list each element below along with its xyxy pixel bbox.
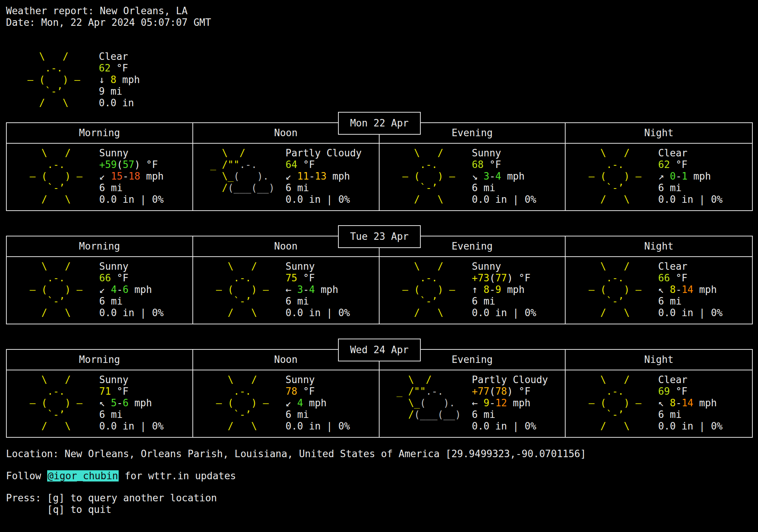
text-line: \_( ). bbox=[204, 171, 280, 182]
text-line: / \ bbox=[18, 421, 94, 432]
weather-sun-icon: \ / .-. ― ( ) ― `-’ / \ bbox=[204, 261, 280, 319]
text-line: Sunny bbox=[472, 147, 536, 159]
text-line: Clear bbox=[658, 374, 722, 386]
forecast-table: MorningNoonEveningNight \ / .-. ― ( ) ― … bbox=[6, 236, 753, 324]
text-line: \ / bbox=[204, 147, 280, 159]
text-line: \ / bbox=[18, 147, 94, 159]
text-line: Sunny bbox=[472, 261, 536, 272]
forecast-table-body: \ / .-. ― ( ) ― `-’ / \Sunny71 °F↖ 5-6 m… bbox=[7, 370, 752, 437]
forecast-table: MorningNoonEveningNight \ / .-. ― ( ) ― … bbox=[6, 122, 753, 211]
text-line: \ / bbox=[577, 261, 652, 272]
text-line: ― ( ) ― bbox=[16, 74, 91, 86]
text-line: 0.0 in | 0% bbox=[472, 307, 536, 319]
text-line: Sunny bbox=[286, 261, 350, 272]
text-line: ― ( ) ― bbox=[391, 284, 466, 296]
text-line: .-. bbox=[577, 272, 652, 284]
text-line: ↖ 5-6 mph bbox=[99, 397, 164, 409]
follow-suffix: for wttr.in updates bbox=[119, 470, 236, 481]
text-line: /(___(__) bbox=[204, 182, 280, 194]
text-line: 0.0 in | 0% bbox=[658, 421, 722, 432]
text-line: ― ( ) ― bbox=[18, 397, 94, 409]
text-line: 6 mi bbox=[99, 296, 164, 307]
text-line: \ / bbox=[204, 261, 280, 272]
text-line: 0.0 in | 0% bbox=[286, 307, 350, 319]
text-line: `-’ bbox=[577, 409, 652, 421]
text-line: ― ( ) ― bbox=[391, 171, 466, 182]
text-line: ↑ 8-9 mph bbox=[472, 284, 536, 296]
forecast-cell-noon: \ / .-. ― ( ) ― `-’ / \Sunny78 °F↙ 4 mph… bbox=[193, 370, 380, 437]
forecast-day: Tue 23 AprMorningNoonEveningNight \ / .-… bbox=[6, 225, 753, 324]
text-line: 0.0 in bbox=[99, 97, 140, 109]
text-line: 6 mi bbox=[658, 409, 722, 421]
text-line: .-. bbox=[16, 62, 91, 74]
text-line: 68 °F bbox=[472, 159, 536, 171]
forecast-cell-details: Partly Cloudy+77(78) °F← 9-12 mph6 mi0.0… bbox=[472, 374, 548, 432]
text-line: 0.0 in | 0% bbox=[286, 421, 350, 432]
text-line: ← 3-4 mph bbox=[286, 284, 350, 296]
text-line: ― ( ) ― bbox=[204, 284, 280, 296]
press-hint-query: Press: [g] to query another location bbox=[6, 492, 753, 504]
text-line: 6 mi bbox=[99, 182, 164, 194]
forecast-cell-noon: \ / .-. ― ( ) ― `-’ / \Sunny75 °F← 3-4 m… bbox=[193, 257, 380, 324]
forecast-cell-noon: \ / _ /"".-. \_( ). /(___(__)Partly Clou… bbox=[193, 144, 380, 210]
forecast-cell-details: Sunny+59(57) °F↙ 15-18 mph6 mi0.0 in | 0… bbox=[99, 147, 164, 205]
text-line: .-. bbox=[204, 386, 280, 397]
text-line: `-’ bbox=[577, 296, 652, 307]
text-line: Clear bbox=[99, 51, 140, 62]
text-line: 6 mi bbox=[99, 409, 164, 421]
forecast-cell-morning: \ / .-. ― ( ) ― `-’ / \Sunny71 °F↖ 5-6 m… bbox=[7, 370, 193, 437]
text-line: \ / bbox=[577, 147, 652, 159]
text-line: Sunny bbox=[99, 147, 164, 159]
forecast-cell-details: Sunny78 °F↙ 4 mph6 mi0.0 in | 0% bbox=[286, 374, 350, 432]
weather-partly-cloudy-icon: \ / _ /"".-. \_( ). /(___(__) bbox=[204, 147, 280, 205]
forecast-days: Mon 22 AprMorningNoonEveningNight \ / .-… bbox=[6, 112, 753, 438]
day-title-wrap: Mon 22 Apr bbox=[6, 112, 753, 135]
text-line: 6 mi bbox=[658, 296, 722, 307]
text-line: `-’ bbox=[204, 296, 280, 307]
text-line: Sunny bbox=[99, 261, 164, 272]
text-line: Sunny bbox=[99, 374, 164, 386]
forecast-cell-morning: \ / .-. ― ( ) ― `-’ / \Sunny66 °F↙ 4-6 m… bbox=[7, 257, 193, 324]
text-line: ↘ 3-4 mph bbox=[472, 171, 536, 182]
text-line: ― ( ) ― bbox=[577, 397, 652, 409]
forecast-cell-details: Sunny68 °F↘ 3-4 mph6 mi0.0 in | 0% bbox=[472, 147, 536, 205]
text-line: .-. bbox=[577, 386, 652, 397]
current-weather-sun-icon: \ / .-. ― ( ) ― `-’ / \ bbox=[16, 51, 91, 109]
text-line: /(___(__) bbox=[391, 409, 466, 421]
text-line: .-. bbox=[18, 272, 94, 284]
text-line: / \ bbox=[204, 421, 280, 432]
day-title-wrap: Wed 24 Apr bbox=[6, 339, 753, 361]
text-line: `-’ bbox=[16, 86, 91, 97]
text-line: / \ bbox=[391, 194, 466, 205]
location-line: Location: New Orleans, Orleans Parish, L… bbox=[6, 448, 753, 460]
forecast-cell-details: Clear66 °F↖ 8-14 mph6 mi0.0 in | 0% bbox=[658, 261, 722, 319]
weather-sun-icon: \ / .-. ― ( ) ― `-’ / \ bbox=[577, 261, 652, 319]
forecast-cell-evening: \ / .-. ― ( ) ― `-’ / \Sunny68 °F↘ 3-4 m… bbox=[380, 144, 566, 210]
text-line: / \ bbox=[18, 194, 94, 205]
follow-line: Follow @igor_chubin for wttr.in updates bbox=[6, 470, 753, 482]
forecast-cell-details: Clear62 °F↗ 0-1 mph6 mi0.0 in | 0% bbox=[658, 147, 722, 205]
forecast-cell-details: Sunny71 °F↖ 5-6 mph6 mi0.0 in | 0% bbox=[99, 374, 164, 432]
forecast-cell-night: \ / .-. ― ( ) ― `-’ / \Clear69 °F↖ 8-14 … bbox=[566, 370, 752, 437]
current-details: Clear62 °F↓ 8 mph9 mi0.0 in bbox=[99, 51, 140, 109]
weather-sun-icon: \ / .-. ― ( ) ― `-’ / \ bbox=[204, 374, 280, 432]
report-header: Weather report: New Orleans, LA Date: Mo… bbox=[6, 5, 753, 28]
text-line: \ / bbox=[18, 261, 94, 272]
text-line: 78 °F bbox=[286, 386, 350, 397]
weather-sun-icon: \ / .-. ― ( ) ― `-’ / \ bbox=[18, 147, 94, 205]
text-line: \ / bbox=[577, 374, 652, 386]
text-line: \ / bbox=[18, 374, 94, 386]
twitter-handle[interactable]: @igor_chubin bbox=[47, 470, 119, 481]
forecast-cell-details: Partly Cloudy64 °F↙ 11-13 mph6 mi0.0 in … bbox=[286, 147, 362, 205]
forecast-day: Mon 22 AprMorningNoonEveningNight \ / .-… bbox=[6, 112, 753, 211]
text-line: \ / bbox=[204, 374, 280, 386]
text-line: 0.0 in | 0% bbox=[99, 194, 164, 205]
text-line: / \ bbox=[391, 307, 466, 319]
text-line: +59(57) °F bbox=[99, 159, 164, 171]
text-line: / \ bbox=[577, 194, 652, 205]
text-line: ↖ 8-14 mph bbox=[658, 284, 722, 296]
text-line: 0.0 in | 0% bbox=[99, 307, 164, 319]
text-line: Partly Cloudy bbox=[472, 374, 548, 386]
text-line: 6 mi bbox=[472, 409, 548, 421]
text-line: 0.0 in | 0% bbox=[99, 421, 164, 432]
